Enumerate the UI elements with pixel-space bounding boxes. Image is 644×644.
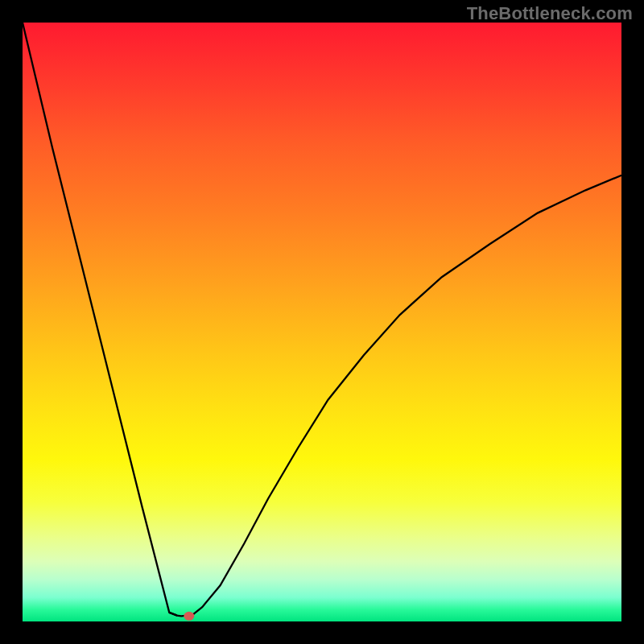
bottleneck-marker — [184, 612, 194, 621]
bottleneck-curve — [23, 23, 621, 616]
curve-layer — [23, 23, 621, 621]
plot-area — [23, 23, 621, 621]
watermark-text: TheBottleneck.com — [467, 3, 633, 24]
curve-bottom-flat — [169, 613, 177, 616]
chart-frame: TheBottleneck.com — [0, 0, 644, 644]
